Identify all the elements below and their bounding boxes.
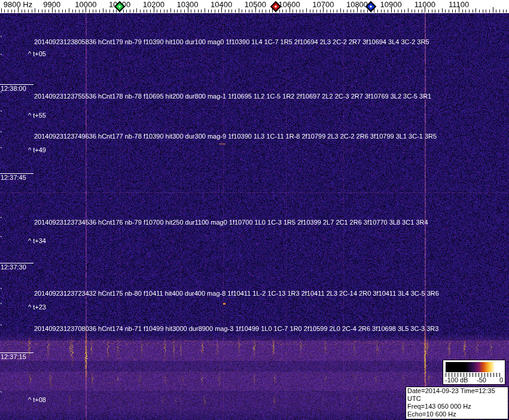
frequency-axis: 9800 Hz990010000101001020010300104001050… — [0, 0, 509, 13]
spectrogram-canvas[interactable] — [0, 13, 509, 420]
colormap-gradient — [446, 362, 502, 372]
freq-tick-label: 10200 — [143, 0, 164, 9]
scale-label-min: -100 dB — [445, 376, 468, 384]
info-echo-frequency: Echo=10 600 Hz — [407, 410, 507, 418]
info-date-time: Date=2014-09-23 Time=12:35 UTC — [407, 387, 507, 403]
info-frequency: Freq=143 050 000 Hz — [407, 403, 507, 410]
freq-tick-label: 11100 — [449, 0, 469, 9]
freq-tick-label: 10700 — [312, 0, 334, 9]
freq-tick-label: 10400 — [211, 0, 232, 9]
freq-tick-label: 10600 — [279, 0, 300, 9]
scale-label-mid: -50 — [477, 376, 486, 384]
scale-labels: -100 dB -50 0 — [443, 376, 505, 384]
scale-label-max: 0 — [499, 376, 503, 384]
freq-tick-label: 10500 — [245, 0, 266, 9]
freq-tick-label: 9800 Hz — [4, 0, 32, 9]
freq-tick-label: 10900 — [380, 0, 402, 9]
freq-tick-label: 10800 — [346, 0, 368, 9]
status-info-box: Date=2014-09-23 Time=12:35 UTC Freq=143 … — [406, 387, 508, 419]
freq-tick-label: 10300 — [176, 0, 198, 9]
db-color-scale: -100 dB -50 0 — [443, 360, 505, 385]
freq-tick-label: 11000 — [414, 0, 435, 9]
freq-tick-label: 10000 — [75, 0, 96, 9]
freq-tick-label: 9900 — [43, 0, 60, 9]
meteor-spectrogram-app: 9800 Hz990010000101001020010300104001050… — [0, 0, 509, 420]
